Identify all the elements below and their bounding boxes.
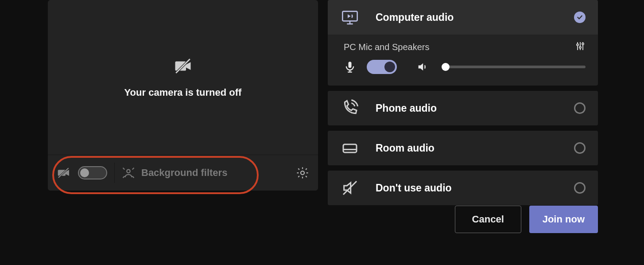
volume-slider-thumb bbox=[442, 63, 450, 71]
audio-option-room[interactable]: Room audio bbox=[328, 131, 598, 165]
microphone-icon bbox=[344, 61, 356, 73]
audio-option-none-label: Don't use audio bbox=[376, 182, 558, 194]
device-row: PC Mic and Speakers bbox=[328, 35, 598, 56]
camera-preview-body: Your camera is turned off bbox=[48, 0, 318, 155]
audio-option-room-radio bbox=[574, 142, 586, 154]
audio-option-computer-card: Computer audio PC Mic and Speakers bbox=[328, 0, 598, 86]
background-filters-label: Background filters bbox=[141, 167, 227, 179]
join-now-button[interactable]: Join now bbox=[529, 206, 598, 233]
device-name: PC Mic and Speakers bbox=[344, 42, 569, 52]
audio-option-computer[interactable]: Computer audio bbox=[328, 0, 598, 35]
svg-point-11 bbox=[301, 171, 304, 175]
svg-rect-21 bbox=[349, 62, 352, 68]
camera-toggle-knob bbox=[80, 168, 89, 177]
camera-off-message: Your camera is turned off bbox=[124, 87, 242, 98]
cancel-button[interactable]: Cancel bbox=[455, 206, 521, 233]
camera-footer: Background filters bbox=[48, 155, 318, 191]
svg-point-20 bbox=[582, 43, 584, 45]
volume-slider[interactable] bbox=[443, 66, 586, 68]
footer-divider bbox=[114, 163, 115, 183]
camera-off-icon bbox=[174, 57, 192, 75]
audio-option-none[interactable]: Don't use audio bbox=[328, 171, 598, 205]
device-settings-icon[interactable] bbox=[575, 41, 586, 54]
device-settings-button[interactable] bbox=[296, 166, 309, 179]
audio-option-room-label: Room audio bbox=[376, 142, 558, 154]
footer-buttons: Cancel Join now bbox=[328, 206, 598, 233]
prejoin-screen: Your camera is turned off bbox=[0, 0, 644, 265]
phone-audio-icon bbox=[340, 99, 360, 117]
audio-option-none-radio bbox=[574, 182, 586, 194]
background-filters-button[interactable]: Background filters bbox=[122, 166, 227, 179]
mic-volume-row bbox=[328, 56, 598, 86]
camera-preview-panel: Your camera is turned off bbox=[48, 0, 318, 191]
microphone-toggle[interactable] bbox=[367, 60, 397, 74]
audio-option-phone[interactable]: Phone audio bbox=[328, 91, 598, 125]
svg-line-8 bbox=[132, 168, 134, 170]
svg-line-9 bbox=[123, 176, 125, 178]
audio-option-none-card: Don't use audio bbox=[328, 171, 598, 205]
no-audio-icon bbox=[340, 179, 360, 197]
svg-point-16 bbox=[577, 44, 578, 46]
microphone-toggle-knob bbox=[384, 62, 395, 72]
audio-options-panel: Computer audio PC Mic and Speakers bbox=[328, 0, 598, 205]
camera-toggle[interactable] bbox=[78, 166, 107, 179]
audio-option-phone-label: Phone audio bbox=[376, 102, 558, 114]
background-filters-icon bbox=[122, 166, 135, 179]
svg-rect-24 bbox=[343, 144, 357, 152]
svg-line-7 bbox=[123, 168, 125, 170]
svg-point-6 bbox=[127, 170, 130, 173]
audio-option-room-card: Room audio bbox=[328, 131, 598, 165]
audio-option-computer-radio bbox=[574, 12, 586, 23]
svg-point-18 bbox=[579, 47, 581, 48]
camera-off-small-icon bbox=[57, 166, 71, 180]
audio-option-phone-card: Phone audio bbox=[328, 91, 598, 125]
speaker-icon bbox=[407, 61, 429, 73]
audio-option-computer-label: Computer audio bbox=[376, 12, 558, 23]
audio-option-phone-radio bbox=[574, 102, 586, 114]
computer-audio-icon bbox=[340, 8, 360, 26]
room-audio-icon bbox=[340, 139, 360, 157]
svg-line-10 bbox=[132, 176, 134, 178]
